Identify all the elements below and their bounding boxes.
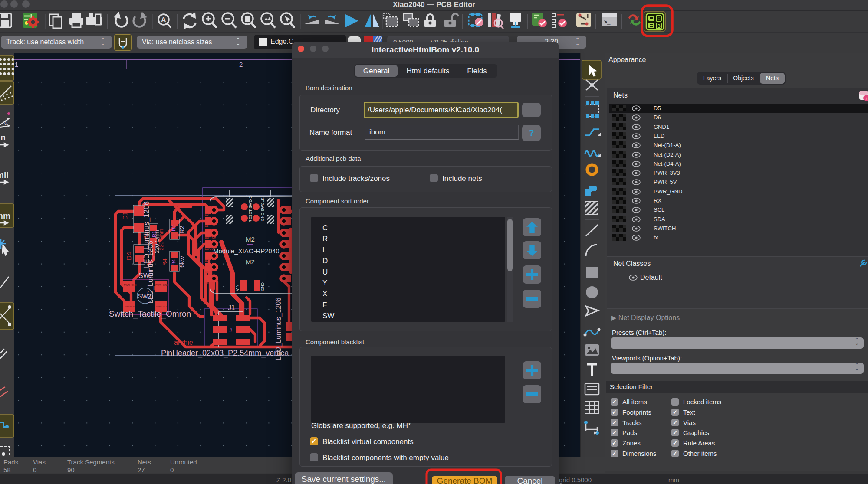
svg-text:B: B: [658, 24, 661, 29]
svg-text:R4: R4: [161, 258, 168, 266]
svg-text:220 Ohm: 220 Ohm: [154, 230, 160, 253]
svg-text:M2: M2: [246, 258, 255, 265]
svg-text:GND: GND: [260, 282, 265, 291]
svg-text:Module_XIAO-RP2040: Module_XIAO-RP2040: [213, 247, 279, 255]
svg-text:SWITCH: SWITCH: [205, 236, 216, 239]
svg-text:SWITCH: SWITCH: [125, 305, 135, 308]
svg-text:D5: D5: [205, 213, 209, 216]
svg-text:D4: D4: [125, 252, 132, 260]
svg-text:SWITCH: SWITCH: [156, 305, 167, 308]
svg-text:R4: R4: [171, 259, 176, 265]
svg-text:mil: mil: [0, 170, 8, 180]
svg-text:archie: archie: [174, 339, 193, 346]
svg-text:F: F: [658, 16, 660, 21]
svg-text:D8: D8: [205, 270, 209, 273]
svg-text:RESET SWDIO: RESET SWDIO: [248, 195, 253, 222]
svg-text:i: i: [866, 96, 867, 101]
svg-text:GND SWCLK: GND SWCLK: [260, 197, 265, 221]
svg-text:PWR_GND: PWR_GND: [124, 284, 137, 286]
svg-text:PWR_GND: PWR_GND: [155, 284, 169, 286]
svg-text:1: 1: [15, 61, 18, 68]
svg-text:in: in: [0, 133, 6, 142]
svg-text:#: #: [229, 327, 233, 334]
svg-text:D6: D6: [205, 224, 209, 227]
svg-text:PinHeader_02x03_P2.54mm_vertic: PinHeader_02x03_P2.54mm_vertica: [161, 349, 289, 358]
svg-text:J1: J1: [228, 304, 235, 311]
svg-text:A: A: [161, 16, 166, 23]
svg-text:D1: D1: [121, 212, 128, 220]
svg-text:R2: R2: [178, 226, 185, 234]
svg-text:>_: >_: [604, 19, 611, 26]
svg-text:SW2: SW2: [138, 272, 154, 279]
svg-text:θ: θ: [4, 120, 7, 126]
svg-text:mm: mm: [0, 211, 10, 220]
svg-text:VIN: VIN: [235, 285, 240, 291]
svg-text:R2: R2: [171, 225, 176, 231]
svg-text:RX: RX: [205, 281, 209, 285]
svg-text:2: 2: [239, 61, 243, 68]
svg-text:SCL: SCL: [205, 259, 210, 262]
svg-text:6kw: 6kw: [178, 256, 185, 268]
svg-text:Switch_Tactile_Omron: Switch_Tactile_Omron: [109, 309, 191, 319]
